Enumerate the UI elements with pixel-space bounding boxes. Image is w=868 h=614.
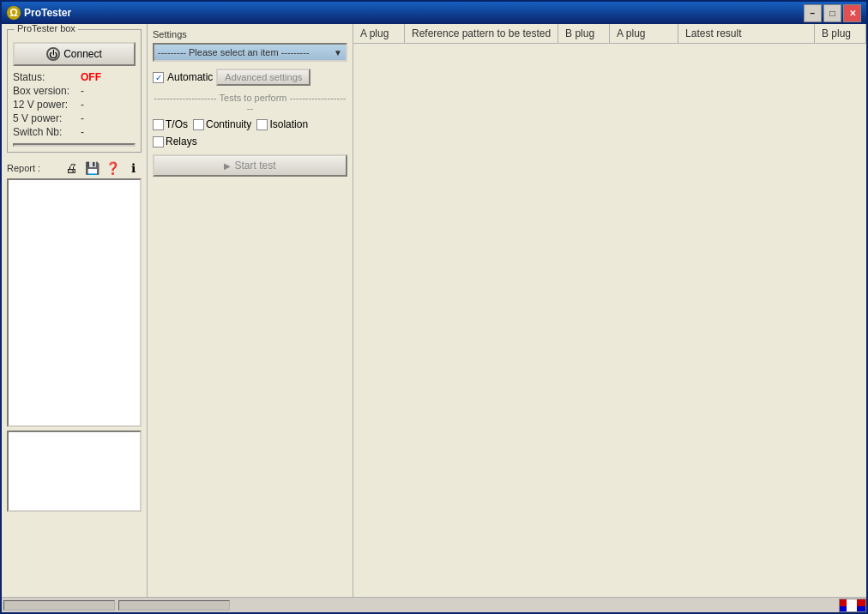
relays-checkbox[interactable] (153, 136, 164, 147)
report-toolbar: 🖨 💾 ❓ ℹ (63, 160, 142, 177)
status-grid: Status: OFF Box version: - 12 V power: -… (13, 71, 136, 138)
right-panel: A plug Reference pattern to be tested B … (353, 24, 866, 597)
scroll-track-1[interactable] (3, 600, 115, 611)
box-version-value: - (81, 85, 84, 97)
col-header-latest-result: Latest result (678, 24, 815, 43)
col-header-b-plug-1: B plug (558, 24, 610, 43)
automatic-label: Automatic (167, 71, 213, 83)
power-5v-row: 5 V power: - (13, 112, 136, 124)
isolation-label: Isolation (269, 118, 308, 130)
save-icon[interactable]: 💾 (83, 160, 100, 177)
report-section: Report : 🖨 💾 ❓ ℹ (7, 158, 142, 512)
tests-separator: -------------------- Tests to perform --… (153, 93, 347, 113)
main-content: ProTester box ⏻ Connect Status: OFF Box … (2, 24, 866, 597)
device-list[interactable] (13, 143, 136, 147)
settings-label: Settings (153, 29, 347, 39)
main-window: Ω ProTester − □ ✕ ProTester box ⏻ Connec… (0, 0, 868, 614)
table-header: A plug Reference pattern to be tested B … (353, 24, 866, 44)
col-header-a-plug-1: A plug (353, 24, 405, 43)
scroll-track-2[interactable] (118, 600, 230, 611)
item-dropdown[interactable]: --------- Please select an item --------… (153, 43, 347, 62)
group-box-title: ProTester box (15, 24, 78, 33)
report-main-box[interactable] (7, 178, 142, 427)
tos-label: T/Os (166, 118, 188, 130)
status-value: OFF (81, 71, 101, 83)
automatic-checkbox[interactable]: ✓ (153, 72, 164, 83)
window-controls: − □ ✕ (804, 4, 861, 22)
start-test-button[interactable]: ▶ Start test (153, 154, 347, 177)
info-icon[interactable]: ℹ (124, 160, 142, 177)
dropdown-arrow-icon: ▼ (334, 48, 342, 57)
switch-nb-value: - (81, 126, 84, 138)
table-body (353, 44, 866, 597)
dropdown-text: --------- Please select an item --------… (158, 47, 334, 57)
close-button[interactable]: ✕ (843, 4, 861, 22)
report-secondary-box[interactable] (7, 430, 142, 512)
power-5v-label: 5 V power: (13, 112, 77, 124)
continuity-checkbox-item: Continuity (193, 118, 251, 130)
switch-nb-label: Switch Nb: (13, 126, 77, 138)
advanced-settings-button[interactable]: Advanced settings (216, 69, 310, 86)
automatic-row: ✓ Automatic Advanced settings (153, 69, 347, 86)
print-icon[interactable]: 🖨 (63, 160, 80, 177)
play-icon: ▶ (224, 161, 231, 171)
bottom-scrollbar[interactable] (2, 597, 866, 612)
tos-checkbox[interactable] (153, 119, 164, 130)
continuity-label: Continuity (206, 118, 251, 130)
isolation-checkbox-item: Isolation (256, 118, 308, 130)
title-bar: Ω ProTester − □ ✕ (2, 2, 866, 24)
box-version-row: Box version: - (13, 85, 136, 97)
flag-icon (839, 599, 866, 612)
protester-box-group: ProTester box ⏻ Connect Status: OFF Box … (7, 29, 142, 153)
connect-button[interactable]: ⏻ Connect (13, 42, 136, 66)
help-icon[interactable]: ❓ (104, 160, 121, 177)
box-version-label: Box version: (13, 85, 77, 97)
power-icon: ⏻ (46, 47, 60, 61)
left-panel: ProTester box ⏻ Connect Status: OFF Box … (2, 24, 148, 597)
power-12v-row: 12 V power: - (13, 99, 136, 111)
power-5v-value: - (81, 112, 84, 124)
report-header: Report : 🖨 💾 ❓ ℹ (7, 158, 142, 178)
status-row: Status: OFF (13, 71, 136, 83)
col-header-b-plug-2: B plug (815, 24, 866, 43)
relays-label: Relays (166, 135, 197, 147)
col-header-a-plug-2: A plug (610, 24, 678, 43)
maximize-button[interactable]: □ (823, 4, 841, 22)
item-dropdown-row: --------- Please select an item --------… (153, 43, 347, 62)
relays-checkbox-item: Relays (153, 135, 197, 147)
report-label: Report : (7, 163, 40, 173)
middle-panel: Settings --------- Please select an item… (148, 24, 353, 597)
col-header-ref-pattern: Reference pattern to be tested (405, 24, 558, 43)
minimize-button[interactable]: − (804, 4, 822, 22)
status-label: Status: (13, 71, 77, 83)
tests-row: T/Os Continuity Isolation Relays (153, 118, 347, 147)
tos-checkbox-item: T/Os (153, 118, 188, 130)
power-12v-value: - (81, 99, 84, 111)
app-icon: Ω (7, 6, 21, 20)
switch-nb-row: Switch Nb: - (13, 126, 136, 138)
power-12v-label: 12 V power: (13, 99, 77, 111)
isolation-checkbox[interactable] (256, 119, 268, 130)
window-title: ProTester (24, 7, 804, 19)
continuity-checkbox[interactable] (193, 119, 204, 130)
